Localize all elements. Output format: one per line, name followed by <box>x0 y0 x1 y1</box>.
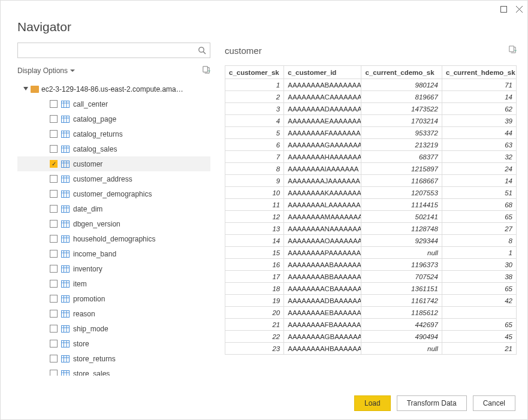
tree-item[interactable]: store_sales <box>17 366 210 376</box>
table-row[interactable]: 17AAAAAAAABBAAAAAA70752438 <box>225 271 517 283</box>
cancel-button[interactable]: Cancel <box>473 395 515 411</box>
tree-item[interactable]: ship_mode <box>17 321 210 336</box>
tree-item[interactable]: store <box>17 336 210 351</box>
table-icon <box>61 370 70 376</box>
svg-rect-62 <box>62 310 70 317</box>
maximize-icon[interactable] <box>500 5 507 13</box>
table-row[interactable]: 19AAAAAAAADBAAAAAA116174242 <box>225 295 517 307</box>
table-row[interactable]: 3AAAAAAAADAAAAAAA147352262 <box>225 103 517 115</box>
display-options-dropdown[interactable]: Display Options <box>17 67 75 75</box>
tree-item[interactable]: date_dim <box>17 201 210 216</box>
search-icon[interactable] <box>194 46 210 55</box>
checkbox[interactable] <box>50 175 58 183</box>
cell: 20 <box>225 307 284 319</box>
refresh-icon[interactable] <box>201 65 210 76</box>
checkbox[interactable] <box>50 115 58 123</box>
table-row[interactable]: 18AAAAAAAACBAAAAAA136115165 <box>225 283 517 295</box>
table-row[interactable]: 20AAAAAAAAEBAAAAAA1185612 <box>225 307 517 319</box>
table-row[interactable]: 8AAAAAAAAIAAAAAAA121589724 <box>225 163 517 175</box>
search-box[interactable] <box>17 43 210 58</box>
table-row[interactable]: 23AAAAAAAAHBAAAAAAnull21 <box>225 343 517 355</box>
tree-item-label: dbgen_version <box>73 220 120 228</box>
tree-item-label: promotion <box>73 295 105 303</box>
tree-item[interactable]: promotion <box>17 291 210 306</box>
cell: AAAAAAAANAAAAAAA <box>284 223 361 235</box>
checkbox[interactable] <box>50 340 58 348</box>
tree-item-label: catalog_page <box>73 115 116 123</box>
checkbox[interactable] <box>50 370 58 376</box>
table-row[interactable]: 10AAAAAAAAKAAAAAAA120755351 <box>225 187 517 199</box>
col-header[interactable]: c_customer_sk <box>225 66 284 79</box>
cell: AAAAAAAAHAAAAAAA <box>284 151 361 163</box>
checkbox[interactable] <box>50 205 58 213</box>
table-row[interactable]: 12AAAAAAAAMAAAAAAA50214165 <box>225 211 517 223</box>
tree-item[interactable]: household_demographics <box>17 231 210 246</box>
table-row[interactable]: 16AAAAAAAAABAAAAAA119637330 <box>225 259 517 271</box>
checkbox[interactable] <box>50 220 58 228</box>
table-row[interactable]: 5AAAAAAAAFAAAAAAA95337244 <box>225 127 517 139</box>
svg-rect-46 <box>62 250 70 257</box>
cell: 19 <box>225 295 284 307</box>
load-button[interactable]: Load <box>354 395 391 411</box>
tree-root[interactable]: ec2-3-129-148-86.us-east-2.compute.amaz… <box>17 82 210 96</box>
svg-marker-5 <box>23 87 28 90</box>
tables-tree[interactable]: ec2-3-129-148-86.us-east-2.compute.amaz…… <box>17 82 210 376</box>
checkbox[interactable] <box>50 250 58 258</box>
table-row[interactable]: 13AAAAAAAANAAAAAAA112874827 <box>225 223 517 235</box>
table-row[interactable]: 2AAAAAAAACAAAAAAA81966714 <box>225 91 517 103</box>
tree-item[interactable]: inventory <box>17 261 210 276</box>
preview-refresh-icon[interactable] <box>508 45 517 56</box>
table-row[interactable]: 15AAAAAAAAPAAAAAAAnull1 <box>225 247 517 259</box>
table-row[interactable]: 6AAAAAAAAGAAAAAAA21321963 <box>225 139 517 151</box>
table-row[interactable]: 14AAAAAAAAOAAAAAAA9293448 <box>225 235 517 247</box>
col-header[interactable]: c_current_cdemo_sk <box>361 66 442 79</box>
checkbox[interactable] <box>50 160 58 168</box>
table-row[interactable]: 21AAAAAAAAFBAAAAAA44269765 <box>225 319 517 331</box>
checkbox[interactable] <box>50 325 58 333</box>
table-row[interactable]: 11AAAAAAAALAAAAAAA111441568 <box>225 199 517 211</box>
tree-item[interactable]: reason <box>17 306 210 321</box>
checkbox[interactable] <box>50 280 58 288</box>
table-row[interactable]: 7AAAAAAAAHAAAAAAA6837732 <box>225 151 517 163</box>
col-header[interactable]: c_customer_id <box>284 66 361 79</box>
tree-item[interactable]: catalog_returns <box>17 126 210 141</box>
tree-item[interactable]: income_band <box>17 246 210 261</box>
checkbox[interactable] <box>50 265 58 273</box>
table-row[interactable]: 22AAAAAAAAGBAAAAAA49049445 <box>225 331 517 343</box>
checkbox[interactable] <box>50 190 58 198</box>
tree-item[interactable]: catalog_page <box>17 111 210 126</box>
preview-grid-hscroll[interactable] <box>225 377 517 387</box>
checkbox[interactable] <box>50 100 58 108</box>
tree-item[interactable]: call_center <box>17 96 210 111</box>
transform-data-button[interactable]: Transform Data <box>397 395 467 411</box>
search-input[interactable] <box>18 43 194 58</box>
cell: 12 <box>225 211 284 223</box>
close-icon[interactable] <box>515 5 523 13</box>
checkbox[interactable] <box>50 145 58 153</box>
tree-item[interactable]: catalog_sales <box>17 141 210 156</box>
tree-item[interactable]: customer_demographics <box>17 186 210 201</box>
cell: 490494 <box>361 331 442 343</box>
table-row[interactable]: 1AAAAAAAABAAAAAAA98012471 <box>225 79 517 91</box>
cell: 42 <box>442 295 516 307</box>
preview-grid-scroll[interactable]: c_customer_sk c_customer_id c_current_cd… <box>225 65 517 377</box>
tree-item[interactable]: store_returns <box>17 351 210 366</box>
tree-item[interactable]: dbgen_version <box>17 216 210 231</box>
checkbox[interactable] <box>50 235 58 243</box>
table-row[interactable]: 4AAAAAAAAEAAAAAAA170321439 <box>225 115 517 127</box>
table-icon <box>61 310 70 318</box>
checkbox[interactable] <box>50 310 58 318</box>
checkbox[interactable] <box>50 295 58 303</box>
col-header[interactable]: c_current_hdemo_sk <box>442 66 516 79</box>
cell: 65 <box>442 319 516 331</box>
tree-item[interactable]: customer_address <box>17 171 210 186</box>
cell: 1168667 <box>361 175 442 187</box>
tree-item[interactable]: customer <box>17 156 210 171</box>
checkbox[interactable] <box>50 130 58 138</box>
cell: 1 <box>442 247 516 259</box>
collapse-icon[interactable] <box>23 85 28 93</box>
checkbox[interactable] <box>50 355 58 362</box>
tree-item[interactable]: item <box>17 276 210 291</box>
table-row[interactable]: 9AAAAAAAAJAAAAAAA116866714 <box>225 175 517 187</box>
tree-item-label: catalog_returns <box>73 130 123 138</box>
